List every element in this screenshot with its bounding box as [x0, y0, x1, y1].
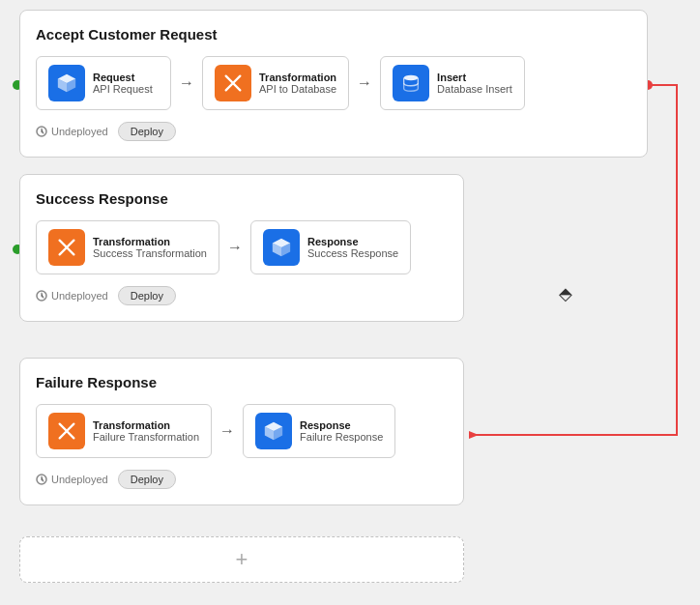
transformation-icon: [215, 65, 251, 101]
failure-transform-node[interactable]: Transformation Failure Transformation: [36, 404, 212, 458]
request-node[interactable]: Request API Request: [36, 56, 171, 110]
accept-deploy-button[interactable]: Deploy: [118, 122, 176, 141]
failure-response-type: Response: [300, 419, 383, 431]
success-response-node[interactable]: Response Success Response: [250, 220, 411, 274]
request-name: API Request: [93, 83, 153, 95]
request-label: Request API Request: [93, 72, 153, 95]
insert-icon: [393, 65, 429, 101]
arrow-2: →: [357, 74, 372, 92]
arrow-1: →: [179, 74, 194, 92]
failure-response-label: Response Failure Response: [300, 419, 383, 443]
success-response-icon: [263, 229, 300, 266]
accept-customer-request-group: Accept Customer Request Request API Requ…: [19, 10, 648, 158]
failure-deploy-button[interactable]: Deploy: [118, 470, 176, 489]
arrow-4: →: [219, 422, 235, 440]
insert-type: Insert: [437, 72, 512, 83]
accept-status: Undeployed: [36, 126, 108, 137]
failure-nodes: Transformation Failure Transformation → …: [36, 404, 448, 458]
success-transform-node[interactable]: Transformation Success Transformation: [36, 220, 219, 274]
insert-name: Database Insert: [437, 83, 512, 95]
success-deploy-button[interactable]: Deploy: [118, 286, 176, 305]
canvas: Accept Customer Request Request API Requ…: [0, 0, 700, 605]
transformation-node[interactable]: Transformation API to Database: [202, 56, 349, 110]
failure-response-group: Failure Response Transformation Failure …: [19, 358, 464, 505]
success-transform-name: Success Transformation: [93, 247, 207, 259]
transformation-label: Transformation API to Database: [259, 72, 336, 95]
add-group-icon: +: [236, 547, 248, 572]
success-transform-icon: [48, 229, 85, 266]
insert-label: Insert Database Insert: [437, 72, 512, 95]
failure-footer: Undeployed Deploy: [36, 470, 448, 489]
failure-transform-label: Transformation Failure Transformation: [93, 419, 199, 443]
success-group-title: Success Response: [36, 190, 448, 207]
success-transform-label: Transformation Success Transformation: [93, 236, 207, 259]
failure-transform-type: Transformation: [93, 419, 199, 431]
undeployed-icon-2: [36, 290, 47, 302]
success-response-name: Success Response: [307, 247, 398, 259]
undeployed-icon-3: [36, 474, 47, 485]
svg-point-6: [404, 75, 419, 81]
undeployed-icon: [36, 126, 47, 137]
failure-group-title: Failure Response: [36, 374, 448, 390]
cursor: ⬘: [559, 283, 572, 304]
failure-response-node[interactable]: Response Failure Response: [243, 404, 395, 458]
failure-response-icon: [255, 413, 292, 449]
success-transform-type: Transformation: [93, 236, 207, 247]
transformation-name: API to Database: [259, 83, 336, 95]
request-icon: [48, 65, 85, 101]
success-response-label: Response Success Response: [307, 236, 398, 259]
transformation-type: Transformation: [259, 72, 336, 83]
accept-nodes: Request API Request → Transformation API…: [36, 56, 631, 110]
failure-status: Undeployed: [36, 474, 108, 485]
insert-node[interactable]: Insert Database Insert: [380, 56, 525, 110]
success-status: Undeployed: [36, 290, 108, 302]
failure-transform-name: Failure Transformation: [93, 431, 199, 443]
success-footer: Undeployed Deploy: [36, 286, 448, 305]
request-type: Request: [93, 72, 153, 83]
success-nodes: Transformation Success Transformation → …: [36, 220, 448, 274]
failure-response-name: Failure Response: [300, 431, 383, 443]
success-response-group: Success Response Transformation Success …: [19, 174, 464, 322]
svg-marker-5: [469, 431, 479, 439]
accept-footer: Undeployed Deploy: [36, 122, 631, 141]
failure-transform-icon: [48, 413, 85, 449]
success-response-type: Response: [307, 236, 398, 247]
accept-group-title: Accept Customer Request: [36, 26, 631, 43]
arrow-3: →: [227, 239, 243, 256]
add-group-button[interactable]: +: [19, 536, 464, 583]
